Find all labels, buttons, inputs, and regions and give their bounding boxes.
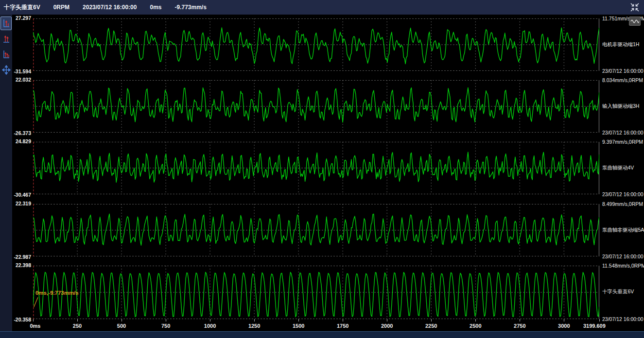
y-max-label: 27.297 xyxy=(12,15,31,21)
waveform-spectrum-chart-icon xyxy=(2,50,10,59)
tool-spectrum-view[interactable] xyxy=(0,32,12,46)
timestamp-label: 23/07/12 16:00:00 xyxy=(602,316,644,322)
x-axis-label: 500 xyxy=(117,323,126,329)
x-axis-label: 2500 xyxy=(470,323,481,329)
header-bar: 十字头垂直6V 0RPM 2023/07/12 16:00:00 0ms -9.… xyxy=(0,0,644,15)
header-datetime: 2023/07/12 16:00:00 xyxy=(83,4,137,11)
waveform-plot[interactable] xyxy=(33,80,599,133)
header-rpm-value: 0RPM xyxy=(53,4,70,11)
channel-name-label: 输入轴驱动端3H xyxy=(602,103,644,110)
x-axis-tick xyxy=(122,319,122,321)
y-max-label: 22.032 xyxy=(12,77,31,83)
x-axis-tick xyxy=(254,319,255,321)
channel-name-label: 泵曲轴驱动4V xyxy=(602,165,644,171)
amplitude-rpm-label: 11.548mm/s,0RPM xyxy=(602,263,644,269)
waveform-panel-2: 22.032 -26.373 8.034mm/s,0RPM 输入轴驱动端3H 2… xyxy=(12,80,644,133)
x-axis-tick xyxy=(475,319,476,321)
waveform-panel-5: 22.398 -20.358 0ms,-9.773mm/s 11.548mm/s… xyxy=(12,266,644,319)
timestamp-label: 23/07/12 16:00:00 xyxy=(602,254,644,259)
y-min-label: -30.467 xyxy=(12,192,31,198)
x-axis-label: 1250 xyxy=(248,323,260,329)
x-axis-label: 1750 xyxy=(337,323,348,329)
waveform-plot[interactable] xyxy=(33,142,599,194)
x-axis-label: 250 xyxy=(73,323,82,329)
chart-area: 27.297 -31.594 11.751mm/s,0RPM 电机非驱动端1H … xyxy=(12,15,644,338)
x-axis-tick xyxy=(77,319,78,321)
x-axis-tick xyxy=(520,319,520,321)
y-min-label: -20.358 xyxy=(12,317,31,322)
waveform-panel-1: 27.297 -31.594 11.751mm/s,0RPM 电机非驱动端1H … xyxy=(12,18,644,71)
amplitude-rpm-label: 8.499mm/s,0RPM xyxy=(602,201,644,207)
waveform-plot[interactable] xyxy=(33,18,599,71)
x-axis-label: 2000 xyxy=(381,323,393,329)
waveform-panel-3: 24.829 -30.467 9.397mm/s,0RPM 泵曲轴驱动4V 23… xyxy=(12,142,644,194)
x-axis-tick xyxy=(166,319,166,321)
bottom-status-bar xyxy=(0,331,644,338)
x-axis-tick xyxy=(387,319,387,321)
header-cursor-time: 0ms xyxy=(150,4,161,11)
y-min-label: -26.373 xyxy=(12,130,31,136)
x-axis-label: 2250 xyxy=(425,323,437,329)
x-axis: 0ms2505007501000125015001750200022502500… xyxy=(33,319,599,332)
x-axis-tick xyxy=(599,319,600,321)
x-axis-label: 3199.609 xyxy=(583,323,606,329)
amplitude-rpm-label: 9.397mm/s,0RPM xyxy=(602,139,644,145)
y-min-label: -22.987 xyxy=(12,254,31,260)
cursor-annotation: 0ms,-9.773mm/s xyxy=(35,289,79,296)
y-min-label: -31.594 xyxy=(12,68,31,74)
y-max-label: 24.829 xyxy=(12,138,31,144)
waveform-chart-icon xyxy=(2,18,10,28)
x-axis-tick xyxy=(298,319,299,321)
x-axis-label: 1500 xyxy=(293,323,304,329)
spectrum-chart-icon xyxy=(2,34,10,44)
x-axis-tick xyxy=(210,319,210,321)
waveform-plot[interactable]: 0ms,-9.773mm/s xyxy=(33,266,599,319)
tool-pan-move[interactable] xyxy=(0,63,12,77)
y-max-label: 22.319 xyxy=(12,201,31,206)
x-axis-label: 0ms xyxy=(30,323,40,329)
y-max-label: 22.398 xyxy=(12,262,31,268)
x-axis-label: 750 xyxy=(161,323,170,329)
header-cursor-value: -9.773mm/s xyxy=(175,4,207,11)
channel-name-label: 电机非驱动端1H xyxy=(602,41,644,48)
timestamp-label: 23/07/12 16:00:00 xyxy=(602,68,644,74)
waveform-panel-4: 22.319 -22.987 8.499mm/s,0RPM 泵曲轴非驱动端5A … xyxy=(12,204,644,256)
channel-name-label: 泵曲轴非驱动端5A xyxy=(602,227,644,234)
tool-waveform-spectrum-view[interactable] xyxy=(0,48,12,61)
toolbar-sidebar xyxy=(0,15,12,338)
x-axis-tick xyxy=(431,319,432,321)
amplitude-rpm-label: 8.034mm/s,0RPM xyxy=(602,77,644,83)
x-axis-label: 1000 xyxy=(204,323,216,329)
sine-wave-icon xyxy=(630,18,639,24)
collapse-window-icon[interactable] xyxy=(629,2,640,13)
waveform-thumbnail-button[interactable] xyxy=(629,17,641,26)
x-axis-tick xyxy=(343,319,343,321)
timestamp-label: 23/07/12 16:00:00 xyxy=(602,191,644,197)
tool-single-waveform-view[interactable] xyxy=(0,17,12,30)
x-axis-label: 2750 xyxy=(514,323,525,329)
header-channel-name: 十字头垂直6V xyxy=(4,3,40,12)
x-axis-tick xyxy=(564,319,564,321)
channel-name-label: 十字头垂直6V xyxy=(602,288,644,295)
x-axis-label: 3000 xyxy=(558,323,570,329)
pan-move-icon xyxy=(2,65,11,75)
waveform-plot[interactable] xyxy=(33,204,599,256)
timestamp-label: 23/07/12 16:00:00 xyxy=(602,130,644,135)
x-axis-tick xyxy=(33,319,34,321)
